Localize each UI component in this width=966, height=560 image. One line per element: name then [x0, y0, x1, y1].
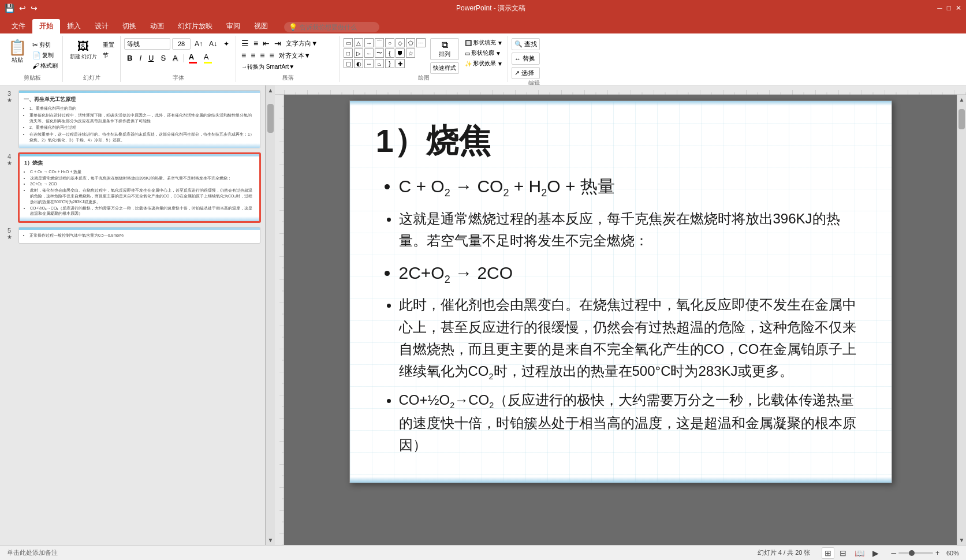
- bullet-5[interactable]: CO+½O2→CO2（反应进行的极快，大约需要万分之一秒，比载体传递热量的速度快…: [399, 389, 866, 457]
- scroll-down-arrow[interactable]: ▼: [266, 535, 275, 545]
- tab-view[interactable]: 视图: [247, 19, 275, 33]
- quick-access-redo[interactable]: ↪: [31, 3, 38, 13]
- shape-connect[interactable]: ↔: [364, 59, 374, 68]
- shape-rr[interactable]: ▢: [344, 59, 353, 68]
- bullet-4[interactable]: 此时，催化剂也会由黑变白。在烧焦过程中，氧化反应即使不发生在金属中心上，甚至反应…: [399, 294, 866, 383]
- zoom-slider[interactable]: [898, 552, 933, 554]
- shape-pentagon[interactable]: ⬠: [406, 38, 415, 47]
- clear-format-button[interactable]: ✦: [221, 39, 232, 49]
- align-center-button[interactable]: ≡: [249, 50, 257, 61]
- reset-button[interactable]: 重置: [102, 40, 115, 50]
- shape-more[interactable]: ⋯: [416, 38, 426, 47]
- shape-rect[interactable]: ▭: [344, 38, 353, 47]
- font-name-input[interactable]: [124, 38, 170, 50]
- bullet-3[interactable]: 2C+O2 → 2CO: [399, 258, 866, 289]
- shape-effect-button[interactable]: ✨ 形状效果▼: [464, 59, 504, 68]
- shape-larrow[interactable]: ←: [364, 48, 374, 58]
- replace-button[interactable]: ↔ 替换: [512, 53, 540, 65]
- shape-tri[interactable]: △: [354, 38, 363, 47]
- justify-button[interactable]: ≡: [268, 50, 276, 61]
- notes-placeholder[interactable]: 单击此处添加备注: [7, 548, 758, 557]
- tab-home[interactable]: 开始: [32, 19, 60, 33]
- slide-thumb-5[interactable]: 正常操作过程一般控制气体中氧含量为0.5—0.8mol%: [18, 227, 260, 244]
- shape-diamond[interactable]: ◇: [396, 38, 405, 47]
- tell-me-input[interactable]: [300, 24, 375, 31]
- align-text-button[interactable]: 对齐文本▼: [277, 51, 312, 61]
- slide-item-3[interactable]: 3 ★ 一、再生单元工艺原理 1、重整催化剂再生的目的 重整催化剂在运转过程中，…: [2, 90, 260, 148]
- text-direction-button[interactable]: 文字方向▼: [284, 39, 319, 48]
- shape-cbrace[interactable]: }: [385, 59, 394, 68]
- close-btn[interactable]: ✕: [956, 4, 961, 12]
- shape-brace[interactable]: {: [385, 48, 394, 58]
- view-normal[interactable]: ⊞: [822, 547, 834, 559]
- find-button[interactable]: 🔍 查找: [512, 38, 540, 50]
- slide-item-5[interactable]: 5 ★ 正常操作过程一般控制气体中氧含量为0.5—0.8mol%: [2, 227, 260, 244]
- main-scroll-up[interactable]: ▲: [957, 95, 966, 104]
- scroll-track[interactable]: [266, 95, 275, 535]
- cut-button[interactable]: ✂ 剪切: [31, 40, 59, 50]
- shape-fill-button[interactable]: 🔲 形状填充▼: [464, 38, 504, 47]
- tab-slideshow[interactable]: 幻灯片放映: [171, 19, 219, 33]
- shape-circle[interactable]: ○: [385, 38, 394, 47]
- strikethrough-button[interactable]: S: [158, 53, 169, 64]
- slide-thumb-4[interactable]: 1）烧焦 C + O₂ → CO₂ + H₂O + 热量 这就是通常燃烧过程的基…: [18, 153, 260, 222]
- bullet-2[interactable]: 这就是通常燃烧过程的基本反应，每千克焦炭在燃烧时将放出396KJ的热量。若空气量…: [399, 208, 866, 252]
- zoom-out-button[interactable]: ─: [891, 549, 896, 557]
- section-button[interactable]: 节: [102, 51, 115, 60]
- bold-button[interactable]: B: [124, 53, 135, 64]
- shape-cross[interactable]: ✚: [396, 59, 405, 68]
- shape-star[interactable]: ☆: [406, 48, 415, 58]
- quick-access-undo[interactable]: ↩: [19, 3, 26, 13]
- shape-outline-button[interactable]: ▭ 形状轮廓▼: [464, 48, 504, 58]
- slide-item-4[interactable]: 4 ★ 1）烧焦 C + O₂ → CO₂ + H₂O + 热量 这就是通常燃烧…: [2, 153, 260, 222]
- shape-wave[interactable]: 〜: [375, 48, 384, 58]
- tab-file[interactable]: 文件: [5, 19, 32, 33]
- tab-review[interactable]: 审阅: [219, 19, 247, 33]
- scroll-thumb[interactable]: [267, 104, 274, 133]
- font-size-input[interactable]: [172, 38, 191, 50]
- quick-styles-button[interactable]: 快速样式: [430, 62, 459, 74]
- main-scrollbar-v[interactable]: ▲ ▼: [957, 95, 966, 545]
- slides-panel-scrollbar[interactable]: ▲ ▼: [266, 85, 275, 545]
- minimize-btn[interactable]: ─: [937, 4, 942, 12]
- tell-me-area[interactable]: 💡: [284, 22, 379, 32]
- underline-button[interactable]: U: [146, 53, 156, 64]
- main-slide-canvas[interactable]: 1）烧焦 C + O2 → CO2 + H2O + 热量 这就是通常燃烧过程的基…: [349, 100, 892, 483]
- view-slideshow[interactable]: ▶: [870, 547, 882, 559]
- select-button[interactable]: ↗ 选择: [512, 67, 540, 79]
- zoom-in-button[interactable]: +: [935, 549, 939, 557]
- font-highlight-button[interactable]: A: [201, 51, 215, 65]
- copy-button[interactable]: 📄 复制: [31, 51, 59, 60]
- increase-indent-button[interactable]: ⇥: [273, 38, 283, 48]
- slide-title[interactable]: 1）烧焦: [376, 121, 866, 160]
- shadow-button[interactable]: A: [170, 53, 181, 64]
- decrease-font-button[interactable]: A↓: [207, 39, 219, 49]
- scroll-up-arrow[interactable]: ▲: [266, 85, 275, 95]
- decrease-indent-button[interactable]: ⇤: [261, 38, 271, 48]
- font-color-button[interactable]: A: [186, 51, 200, 65]
- tab-transitions[interactable]: 切换: [115, 19, 143, 33]
- shape-curve[interactable]: ⌒: [375, 38, 384, 47]
- quick-access-save[interactable]: 💾: [5, 3, 14, 13]
- bullet-list-button[interactable]: ☰: [240, 38, 251, 48]
- new-slide-button[interactable]: 🖼 新建 幻灯片: [68, 38, 100, 62]
- shape-rect2[interactable]: □: [344, 48, 353, 58]
- tab-animations[interactable]: 动画: [143, 19, 171, 33]
- shape-half[interactable]: ◐: [354, 59, 363, 68]
- shape-trap[interactable]: ⏢: [375, 59, 384, 68]
- view-slide-sorter[interactable]: ⊟: [837, 547, 849, 559]
- increase-font-button[interactable]: A↑: [192, 39, 205, 49]
- italic-button[interactable]: I: [136, 53, 144, 64]
- view-reading[interactable]: 📖: [852, 547, 867, 559]
- tab-design[interactable]: 设计: [88, 19, 115, 33]
- numbered-list-button[interactable]: ≡: [252, 38, 260, 48]
- tab-insert[interactable]: 插入: [60, 19, 88, 33]
- main-scroll-down[interactable]: ▼: [957, 535, 966, 545]
- convert-smartart-button[interactable]: →转换为 SmartArt▼: [240, 62, 296, 72]
- shape-rtri[interactable]: ▷: [354, 48, 363, 58]
- format-painter-button[interactable]: 🖌 格式刷: [31, 61, 59, 70]
- align-right-button[interactable]: ≡: [258, 50, 266, 61]
- shape-arrow[interactable]: →: [364, 38, 374, 47]
- bullet-1[interactable]: C + O2 → CO2 + H2O + 热量: [399, 171, 866, 202]
- shape-shield[interactable]: ⛊: [396, 48, 405, 58]
